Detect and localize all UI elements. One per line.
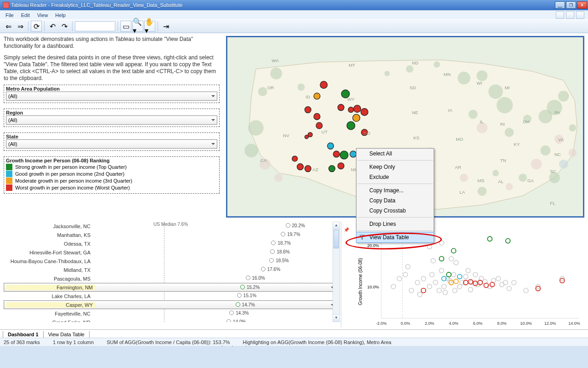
ctx-view-data-table[interactable]: View Data Table	[356, 232, 434, 243]
map-point[interactable]	[308, 132, 312, 137]
bar-point[interactable]	[237, 293, 242, 298]
bar-row[interactable]: Manhattan, KS 19.7%	[4, 230, 337, 239]
scatter-point[interactable]	[421, 288, 426, 293]
menu-help[interactable]: Help	[51, 12, 69, 19]
map-point[interactable]	[354, 105, 361, 113]
zoom-dropdown[interactable]	[75, 21, 115, 31]
bar-row[interactable]: Fayetteville, NC 14.3%	[4, 309, 337, 318]
bar-point[interactable]	[281, 232, 285, 236]
scatter-point[interactable]	[452, 248, 456, 253]
legend-label: Worst growth in per person income (Worst…	[15, 185, 130, 190]
bar-point[interactable]	[270, 249, 275, 254]
menu-file[interactable]: File	[2, 12, 17, 19]
map-point[interactable]	[340, 151, 348, 159]
bar-point[interactable]	[269, 258, 274, 263]
scatter-point[interactable]	[454, 279, 458, 284]
map-point[interactable]	[314, 93, 320, 99]
map-point[interactable]	[316, 122, 322, 129]
tb-right-3-icon[interactable]	[576, 12, 584, 19]
bar-row[interactable]: Farmington, NM 15.2%	[4, 283, 337, 292]
map-point[interactable]	[328, 143, 334, 149]
zoom-tool-icon[interactable]: 🔍▾	[132, 21, 143, 32]
map-point[interactable]	[292, 156, 298, 161]
legend-item[interactable]: Strong growth in per person income (Top …	[6, 164, 217, 170]
select-tool-icon[interactable]: ▭	[120, 21, 131, 32]
map-point[interactable]	[305, 166, 311, 172]
ctx-select-all[interactable]: Select All	[356, 149, 434, 159]
svg-point-2	[258, 87, 267, 96]
tab-view-data[interactable]: View Data Table	[43, 331, 90, 338]
bar-row[interactable]: Jacksonville, NC 20.2%	[4, 222, 337, 230]
map-point[interactable]	[348, 107, 354, 113]
bar-row[interactable]: Lake Charles, LA 15.1%	[4, 292, 337, 300]
legend-item[interactable]: Moderate growth in per person income (3r…	[6, 178, 217, 184]
bar-row[interactable]: Houma-Bayou Cane-Thibodaux, LA 18.5%	[4, 257, 337, 265]
ctx-copy-data[interactable]: Copy Data	[356, 196, 434, 206]
tb-right-1-icon[interactable]	[556, 12, 564, 19]
refresh-icon[interactable]: ⟳	[31, 21, 42, 32]
svg-point-87	[439, 268, 444, 273]
scatter-point[interactable]	[487, 236, 492, 241]
scroll-down-icon[interactable]: ▼	[333, 314, 339, 322]
pin-icon[interactable]: ⇥	[160, 21, 171, 32]
ctx-drop-lines[interactable]: Drop Lines	[356, 219, 434, 229]
filter-state-select[interactable]: (All)	[6, 139, 217, 149]
scatter-point[interactable]	[447, 272, 451, 277]
bar-value: 20.2%	[292, 223, 305, 228]
legend-item[interactable]: Good growth in per person income (2nd Qu…	[6, 171, 217, 177]
filter-metro-select[interactable]: (All)	[6, 92, 217, 101]
bar-point[interactable]	[271, 241, 276, 245]
maximize-button[interactable]: ❐	[566, 1, 576, 9]
bar-point[interactable]	[240, 285, 245, 289]
bar-scrollbar[interactable]: ▲ ▼	[333, 222, 340, 322]
tab-dashboard[interactable]: Dashboard 1	[3, 331, 44, 338]
scroll-up-icon[interactable]: ▲	[333, 222, 339, 230]
ctx-copy-image[interactable]: Copy Image...	[356, 185, 434, 196]
ctx-exclude[interactable]: Exclude	[356, 172, 434, 182]
bar-row-label: Pascagoula, MS	[4, 276, 93, 282]
pan-tool-icon[interactable]: ✋▾	[144, 21, 155, 32]
scatter-point[interactable]	[458, 274, 462, 279]
bar-row[interactable]: Odessa, TX 18.7%	[4, 239, 337, 248]
menu-view[interactable]: View	[34, 12, 52, 19]
bar-point[interactable]	[226, 319, 231, 322]
map-point[interactable]	[350, 151, 356, 157]
map-point[interactable]	[305, 107, 311, 113]
map-point[interactable]	[333, 151, 339, 157]
map-point[interactable]	[361, 109, 368, 116]
scroll-thumb[interactable]	[334, 230, 339, 248]
tb-right-2-icon[interactable]	[566, 12, 574, 19]
bar-row[interactable]: Grand Forks, ND 14.0%	[4, 318, 337, 322]
scatter-point[interactable]	[468, 280, 473, 284]
close-button[interactable]: X	[577, 1, 587, 9]
minimize-button[interactable]: __	[555, 1, 565, 9]
bar-row[interactable]: Midland, TX 17.6%	[4, 265, 337, 274]
back-icon[interactable]: ⇐	[3, 21, 14, 32]
map-point[interactable]	[338, 163, 344, 169]
filter-region-select[interactable]: (All)	[6, 115, 217, 125]
bar-point[interactable]	[261, 267, 266, 271]
map-point[interactable]	[353, 114, 360, 121]
map-point[interactable]	[305, 135, 308, 139]
ctx-keep-only[interactable]: Keep Only	[356, 162, 434, 172]
bar-point[interactable]	[236, 302, 240, 307]
scatter-point[interactable]	[439, 256, 444, 261]
bar-point[interactable]	[229, 310, 234, 315]
map-point[interactable]	[338, 104, 344, 111]
map-point[interactable]	[320, 81, 328, 89]
legend-item[interactable]: Worst growth in per person income (Worst…	[6, 184, 217, 191]
bar-point[interactable]	[286, 223, 290, 228]
map-point[interactable]	[297, 164, 304, 170]
bar-row[interactable]: Pascagoula, MS 16.0%	[4, 274, 337, 283]
bar-row[interactable]: Hinesville-Fort Stewart, GA 18.6%	[4, 248, 337, 257]
bar-chart-panel[interactable]: US Median 7.6% Jacksonville, NC 20.2%Man…	[4, 222, 341, 328]
bar-row[interactable]: Casper, WY 14.7%	[4, 300, 337, 309]
menu-edit[interactable]: Edit	[17, 12, 34, 19]
map-point[interactable]	[347, 121, 355, 130]
map-point[interactable]	[329, 166, 335, 172]
map-point[interactable]	[314, 113, 320, 120]
ctx-copy-crosstab[interactable]: Copy Crosstab	[356, 206, 434, 216]
drag-handle-icon[interactable]: 📌	[344, 227, 348, 232]
scatter-point[interactable]	[506, 239, 510, 243]
bar-point[interactable]	[246, 276, 250, 280]
